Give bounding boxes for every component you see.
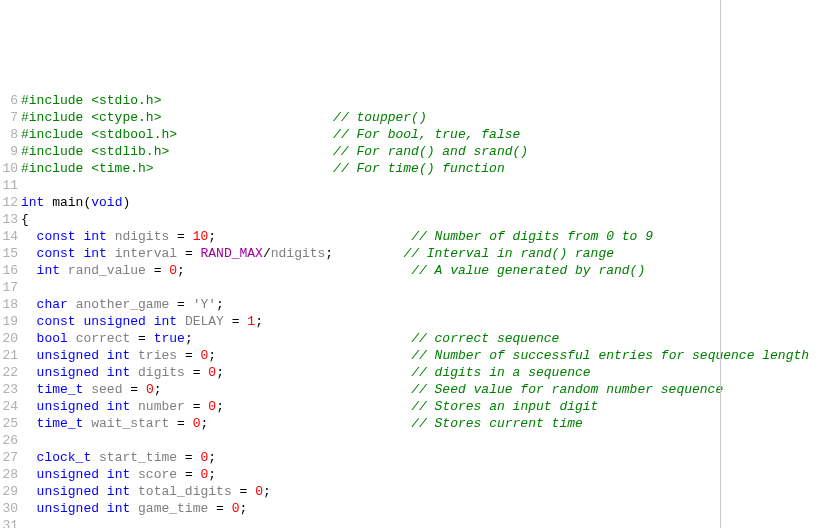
line-number: 21 xyxy=(0,347,21,364)
token-ws xyxy=(169,229,177,244)
code-content[interactable]: unsigned int number = 0; // Stores an in… xyxy=(21,398,598,415)
token-cmt: // toupper() xyxy=(333,110,427,125)
code-content[interactable]: #include <stdio.h> xyxy=(21,92,161,109)
token-ws xyxy=(177,450,185,465)
token-ws xyxy=(21,229,37,244)
code-content[interactable]: #include <ctype.h> // toupper() xyxy=(21,109,427,126)
code-content[interactable]: const int interval = RAND_MAX/ndigits; /… xyxy=(21,245,614,262)
token-kw: unsigned xyxy=(83,314,145,329)
token-kw: const xyxy=(37,229,76,244)
line-number: 18 xyxy=(0,296,21,313)
code-line: 6#include <stdio.h> xyxy=(0,92,836,109)
token-pp: #include xyxy=(21,161,91,176)
line-number: 23 xyxy=(0,381,21,398)
code-line: 26 xyxy=(0,432,836,449)
token-kw: int xyxy=(107,365,130,380)
token-ws xyxy=(21,331,37,346)
token-op: ; xyxy=(255,314,263,329)
token-ws xyxy=(224,399,411,414)
token-ws xyxy=(21,348,37,363)
token-ws xyxy=(193,246,201,261)
token-id: interval xyxy=(115,246,177,261)
token-kw: int xyxy=(107,399,130,414)
token-id: ndigits xyxy=(271,246,326,261)
token-id: DELAY xyxy=(185,314,224,329)
token-kw: unsigned xyxy=(37,467,99,482)
line-number: 9 xyxy=(0,143,21,160)
token-op: ; xyxy=(325,246,333,261)
token-cmt: // Seed value for random number sequence xyxy=(411,382,723,397)
code-content[interactable]: unsigned int total_digits = 0; xyxy=(21,483,271,500)
token-hdr: <stdio.h> xyxy=(91,93,161,108)
token-ws xyxy=(185,263,411,278)
token-ws xyxy=(247,484,255,499)
token-kw: int xyxy=(83,229,106,244)
token-ws xyxy=(169,297,177,312)
token-id: correct xyxy=(76,331,131,346)
token-ws xyxy=(130,348,138,363)
token-ws xyxy=(333,246,403,261)
token-id: another_game xyxy=(76,297,170,312)
code-content[interactable]: unsigned int tries = 0; // Number of suc… xyxy=(21,347,809,364)
token-ws xyxy=(130,365,138,380)
token-ws xyxy=(161,110,333,125)
line-number: 7 xyxy=(0,109,21,126)
code-line: 27 clock_t start_time = 0; xyxy=(0,449,836,466)
code-content[interactable]: unsigned int digits = 0; // digits in a … xyxy=(21,364,591,381)
code-content[interactable]: const int ndigits = 10; // Number of dig… xyxy=(21,228,653,245)
token-op: ; xyxy=(216,297,224,312)
line-number: 24 xyxy=(0,398,21,415)
token-ws xyxy=(21,416,37,431)
token-op: ; xyxy=(208,450,216,465)
token-kw: unsigned xyxy=(37,501,99,516)
code-content[interactable]: unsigned int game_time = 0; xyxy=(21,500,247,517)
code-line: 30 unsigned int game_time = 0; xyxy=(0,500,836,517)
code-content[interactable]: char another_game = 'Y'; xyxy=(21,296,224,313)
code-line: 28 unsigned int score = 0; xyxy=(0,466,836,483)
token-ws xyxy=(99,484,107,499)
token-kw: void xyxy=(91,195,122,210)
line-number: 10 xyxy=(0,160,21,177)
code-content[interactable]: time_t wait_start = 0; // Stores current… xyxy=(21,415,583,432)
token-ws xyxy=(193,348,201,363)
code-content[interactable]: bool correct = true; // correct sequence xyxy=(21,330,559,347)
token-kw: unsigned xyxy=(37,365,99,380)
token-num: 0 xyxy=(146,382,154,397)
token-ws xyxy=(21,297,37,312)
token-op: ; xyxy=(208,348,216,363)
token-id: total_digits xyxy=(138,484,232,499)
token-kw: int xyxy=(107,501,130,516)
token-kw: bool xyxy=(37,331,68,346)
token-cmt: // For bool, true, false xyxy=(333,127,520,142)
code-content[interactable]: time_t seed = 0; // Seed value for rando… xyxy=(21,381,723,398)
code-editor: 6#include <stdio.h>7#include <ctype.h> /… xyxy=(0,90,836,528)
code-content[interactable]: #include <time.h> // For time() function xyxy=(21,160,505,177)
code-content[interactable]: const unsigned int DELAY = 1; xyxy=(21,313,263,330)
token-hdr: <stdlib.h> xyxy=(91,144,169,159)
code-content[interactable]: int main(void) xyxy=(21,194,130,211)
token-ws xyxy=(99,399,107,414)
code-content[interactable]: unsigned int score = 0; xyxy=(21,466,216,483)
token-op: / xyxy=(263,246,271,261)
code-line: 24 unsigned int number = 0; // Stores an… xyxy=(0,398,836,415)
code-line: 21 unsigned int tries = 0; // Number of … xyxy=(0,347,836,364)
code-content[interactable]: int rand_value = 0; // A value generated… xyxy=(21,262,645,279)
code-content[interactable]: #include <stdlib.h> // For rand() and sr… xyxy=(21,143,528,160)
token-ws xyxy=(107,246,115,261)
token-cmt: // Interval in rand() range xyxy=(403,246,614,261)
line-number: 16 xyxy=(0,262,21,279)
token-id: number xyxy=(138,399,185,414)
code-content[interactable]: clock_t start_time = 0; xyxy=(21,449,216,466)
code-content[interactable]: #include <stdbool.h> // For bool, true, … xyxy=(21,126,520,143)
code-line: 17 xyxy=(0,279,836,296)
token-ws xyxy=(193,331,411,346)
token-id: start_time xyxy=(99,450,177,465)
token-kw: int xyxy=(21,195,44,210)
line-number: 13 xyxy=(0,211,21,228)
token-kw: int xyxy=(107,348,130,363)
line-number: 20 xyxy=(0,330,21,347)
code-line: 8#include <stdbool.h> // For bool, true,… xyxy=(0,126,836,143)
code-line: 29 unsigned int total_digits = 0; xyxy=(0,483,836,500)
code-content[interactable]: { xyxy=(21,211,29,228)
token-num: 10 xyxy=(193,229,209,244)
